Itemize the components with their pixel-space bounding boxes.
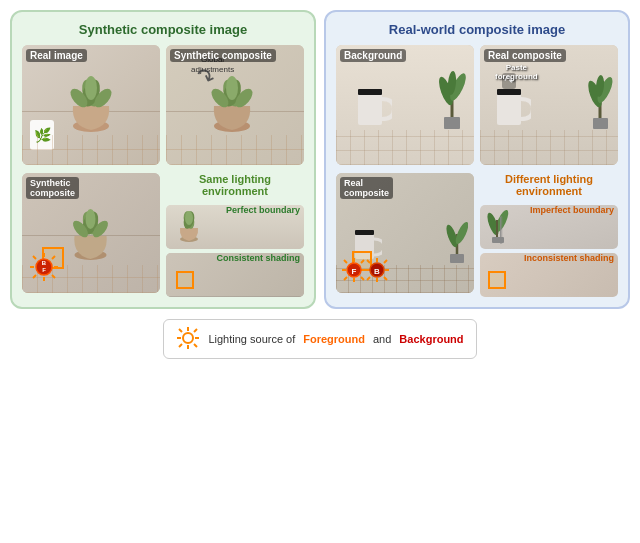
svg-line-25 <box>33 275 36 278</box>
svg-rect-40 <box>497 91 521 125</box>
svg-line-83 <box>194 329 197 332</box>
bottom-succulent-svg <box>64 201 119 261</box>
real-image-box: 🌿 Real image <box>22 45 160 165</box>
svg-point-3 <box>85 76 97 100</box>
orange-box-thumb2 <box>488 271 506 289</box>
synthetic-bottom-image: B F Syntheticcomposite <box>22 173 160 293</box>
orange-box-thumb <box>176 271 194 289</box>
svg-line-67 <box>367 260 370 263</box>
background-box: Background <box>336 45 474 165</box>
imperfect-edge <box>500 216 503 244</box>
real-panel: Real-world composite image <box>324 10 630 309</box>
legend-text: Lighting source of <box>208 333 295 345</box>
synthetic-panel-title: Synthetic composite image <box>22 22 304 37</box>
real-image-label: Real image <box>26 49 87 62</box>
svg-line-57 <box>344 260 347 263</box>
tall-plant-real <box>588 74 613 133</box>
legend-and: and <box>373 333 391 345</box>
svg-line-23 <box>52 275 55 278</box>
real-bottom-label: Realcomposite <box>340 177 393 199</box>
svg-line-69 <box>384 260 387 263</box>
consistent-shading-thumb: Consistent shading <box>166 253 304 297</box>
mug-real <box>495 85 531 133</box>
real-composite-box: ↷ Pasteforeground Real composite <box>480 45 618 165</box>
consistent-shading-label: Consistent shading <box>216 253 300 263</box>
paste-label: Pasteforeground <box>495 63 538 81</box>
real-top-row: Background <box>336 45 618 165</box>
sun-bf-icon: B F <box>28 251 60 287</box>
svg-point-32 <box>185 211 193 225</box>
perfect-boundary-label: Perfect boundary <box>226 205 300 215</box>
imperfect-boundary-thumb: Imperfect boundary <box>480 205 618 249</box>
synthetic-composite-label: Synthetic composite <box>170 49 276 62</box>
svg-rect-49 <box>450 254 464 263</box>
main-container: Synthetic composite image <box>10 10 630 309</box>
synthetic-panel: Synthetic composite image <box>10 10 316 309</box>
real-bottom-row: F B <box>336 173 618 297</box>
small-plant-real <box>446 218 468 267</box>
svg-text:B: B <box>42 260 47 266</box>
svg-rect-34 <box>358 89 382 95</box>
legend-sun-icon <box>176 326 200 352</box>
svg-text:B: B <box>374 267 380 276</box>
svg-line-24 <box>52 256 55 259</box>
background-label: Background <box>340 49 406 62</box>
synthetic-bottom-label: Syntheticcomposite <box>26 177 79 199</box>
legend-background: Background <box>399 333 463 345</box>
svg-line-60 <box>344 277 347 280</box>
svg-text:F: F <box>42 267 46 273</box>
sun-b-icon: B <box>364 257 390 287</box>
svg-line-84 <box>179 344 182 347</box>
synthetic-composite-box: ↷ Globaladjustments Synthetic composite <box>166 45 304 165</box>
inconsistent-shading-thumb: Inconsistent shading <box>480 253 618 297</box>
thumb1-plant <box>174 208 204 243</box>
svg-line-81 <box>179 329 182 332</box>
legend-foreground: Foreground <box>303 333 365 345</box>
svg-line-22 <box>33 256 36 259</box>
legend: Lighting source of Foreground and Backgr… <box>163 319 476 359</box>
svg-rect-33 <box>358 91 382 125</box>
tall-plant-background <box>438 69 466 133</box>
real-composite-label: Real composite <box>484 49 566 62</box>
svg-point-9 <box>226 76 238 100</box>
synthetic-bottom-right: Same lightingenvironment P <box>166 173 304 297</box>
svg-line-70 <box>367 277 370 280</box>
synthetic-top-row: 🌿 Real image <box>22 45 304 165</box>
succulent-svg <box>61 68 121 133</box>
svg-rect-41 <box>497 89 521 95</box>
inconsistent-shading-label: Inconsistent shading <box>524 253 614 263</box>
same-lighting-label: Same lightingenvironment <box>166 173 304 197</box>
synthetic-bottom-row: B F Syntheticcomposite Same lightingenvi… <box>22 173 304 297</box>
real-panel-title: Real-world composite image <box>336 22 618 37</box>
imperfect-boundary-label: Imperfect boundary <box>530 205 614 215</box>
different-lighting-label: Different lightingenvironment <box>480 173 618 197</box>
svg-point-85 <box>183 333 193 343</box>
perfect-boundary-thumb: Perfect boundary <box>166 205 304 249</box>
svg-line-82 <box>194 344 197 347</box>
mug-background <box>356 85 392 133</box>
svg-rect-48 <box>355 230 374 235</box>
real-bottom-right: Different lightingenvironment Imperfect … <box>480 173 618 297</box>
svg-rect-42 <box>593 118 608 129</box>
svg-text:F: F <box>352 267 357 276</box>
real-bottom-image: F B <box>336 173 474 293</box>
svg-line-68 <box>384 277 387 280</box>
svg-point-15 <box>86 209 96 229</box>
svg-rect-35 <box>444 117 460 129</box>
